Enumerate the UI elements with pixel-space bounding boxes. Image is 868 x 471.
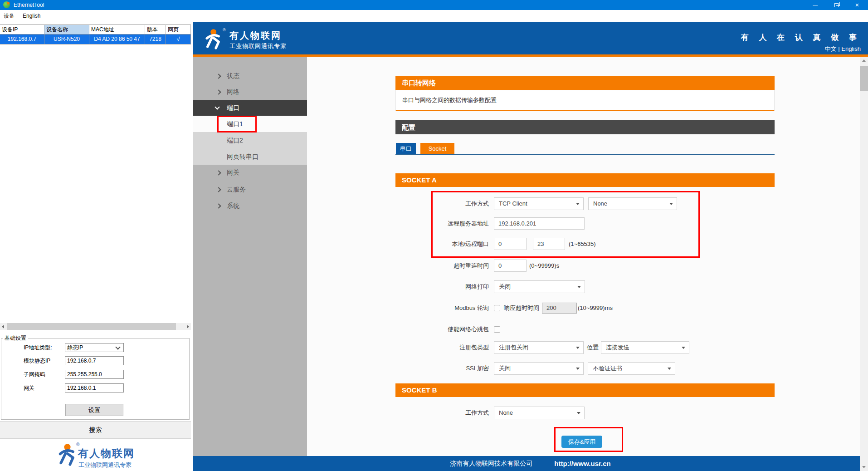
nav-label: 网络 bbox=[227, 84, 239, 100]
tab-socket[interactable]: Socket bbox=[420, 143, 454, 155]
restore-button[interactable] bbox=[826, 0, 847, 10]
registered-mark: ® bbox=[223, 28, 226, 32]
scroll-up-arrow[interactable] bbox=[860, 57, 868, 64]
subnet-mask-field[interactable]: 255.255.255.0 bbox=[65, 370, 124, 379]
scrollbar-thumb[interactable] bbox=[7, 323, 176, 330]
sidebar-item-port[interactable]: 端口 bbox=[193, 100, 307, 117]
window-title: EthernetTool bbox=[14, 0, 44, 10]
vertical-scrollbar[interactable] bbox=[860, 57, 868, 471]
caret-down-icon bbox=[576, 368, 580, 370]
usr-logo-icon bbox=[204, 29, 225, 49]
search-button[interactable]: 搜索 bbox=[0, 421, 191, 439]
minimize-button[interactable] bbox=[805, 0, 826, 10]
reconnect-input[interactable]: 0 bbox=[494, 260, 527, 272]
set-button[interactable]: 设置 bbox=[65, 404, 123, 416]
ssl-row: SSL加密 关闭 不验证证书 bbox=[193, 362, 868, 375]
window-titlebar[interactable]: EthernetTool bbox=[0, 0, 868, 10]
sidebar-item-port2[interactable]: 端口2 bbox=[193, 132, 307, 148]
ip-type-value: 静态IP bbox=[67, 344, 83, 351]
menu-device[interactable]: 设备 bbox=[2, 10, 16, 22]
config-section-bar: 配置 bbox=[395, 120, 775, 134]
modbus-checkbox[interactable] bbox=[494, 305, 500, 311]
regpkt-type-select[interactable]: 注册包关闭 bbox=[494, 341, 584, 354]
static-ip-field[interactable]: 192.168.0.7 bbox=[65, 356, 124, 365]
minimize-icon bbox=[813, 5, 818, 5]
socket-b-work-mode-value: None bbox=[499, 409, 513, 416]
device-row-version[interactable]: 7218 bbox=[145, 34, 166, 44]
web-config-view: ® 有人物联网 工业物联网通讯专家 有 人 在 认 真 做 事 中文 | Eng… bbox=[193, 22, 868, 471]
col-header-device-ip[interactable]: 设备IP bbox=[0, 25, 44, 34]
socket-b-work-mode-select[interactable]: None bbox=[494, 407, 585, 419]
gateway-label: 网关 bbox=[24, 383, 65, 392]
device-row-ip[interactable]: 192.168.0.7 bbox=[0, 34, 44, 44]
caret-down-icon bbox=[668, 368, 671, 370]
sidebar-item-gateway[interactable]: 网关 bbox=[193, 165, 307, 181]
chevron-down-icon bbox=[115, 344, 120, 349]
modbus-timeout-label: 响应超时时间 bbox=[504, 302, 539, 314]
col-header-mac[interactable]: MAC地址 bbox=[89, 25, 145, 34]
footer-url-link[interactable]: http://www.usr.cn bbox=[554, 460, 610, 467]
sidebar-item-network[interactable]: 网络 bbox=[193, 84, 307, 100]
nav-label: 云服务 bbox=[227, 182, 246, 197]
nav-label: 网关 bbox=[227, 165, 239, 181]
left-logo-brand: 有人物联网 bbox=[78, 446, 135, 461]
web-footer: 济南有人物联网技术有限公司 http://www.usr.cn bbox=[193, 456, 868, 471]
scrollbar-thumb[interactable] bbox=[860, 66, 868, 91]
web-brand-slogan: 工业物联网通讯专家 bbox=[229, 42, 287, 50]
chevron-right-icon bbox=[216, 187, 221, 192]
horizontal-scrollbar[interactable] bbox=[0, 323, 191, 330]
subnet-mask-label: 子网掩码 bbox=[24, 370, 65, 379]
regpkt-pos-label: 位置 bbox=[587, 341, 599, 354]
basic-settings-legend: 基础设置 bbox=[3, 334, 28, 342]
annotation-box-socket-params bbox=[431, 191, 700, 258]
close-button[interactable] bbox=[847, 0, 868, 10]
web-brand: 有人物联网 bbox=[229, 29, 282, 42]
page-description: 串口与网络之间的数据传输参数配置 bbox=[395, 90, 775, 111]
chevron-right-icon bbox=[216, 170, 221, 175]
menu-bar: 设备 English bbox=[0, 10, 868, 22]
heartbeat-checkbox[interactable] bbox=[494, 326, 500, 333]
reconnect-range-hint: (0~99999)s bbox=[529, 260, 559, 272]
net-print-label: 网络打印 bbox=[380, 280, 489, 293]
col-header-device-name[interactable]: 设备名称 bbox=[44, 25, 89, 34]
scroll-left-arrow[interactable] bbox=[0, 323, 7, 330]
scroll-right-arrow[interactable] bbox=[184, 323, 191, 330]
nav-label: 端口2 bbox=[227, 132, 243, 148]
chevron-right-icon bbox=[216, 74, 221, 78]
caret-down-icon bbox=[577, 286, 581, 288]
caret-down-icon bbox=[682, 347, 685, 349]
tab-serial[interactable]: 串口 bbox=[396, 143, 416, 155]
regpkt-value: 注册包关闭 bbox=[499, 344, 528, 351]
menu-english[interactable]: English bbox=[21, 10, 42, 22]
nav-label: 网页转串口 bbox=[227, 148, 258, 165]
net-print-select[interactable]: 关闭 bbox=[494, 280, 585, 293]
footer-company: 济南有人物联网技术有限公司 bbox=[450, 460, 532, 468]
regpkt-label: 注册包类型 bbox=[380, 341, 489, 354]
col-header-web[interactable]: 网页 bbox=[166, 25, 191, 34]
gateway-field[interactable]: 192.168.0.1 bbox=[65, 383, 124, 392]
language-switch[interactable]: 中文 | English bbox=[825, 45, 861, 53]
socket-b-work-mode-label: 工作方式 bbox=[380, 407, 489, 419]
ssl-value: 关闭 bbox=[499, 365, 511, 372]
sidebar-item-web-to-serial[interactable]: 网页转串口 bbox=[193, 148, 307, 165]
ssl-select[interactable]: 关闭 bbox=[494, 362, 584, 375]
tab-underline bbox=[395, 154, 775, 155]
chevron-right-icon bbox=[216, 89, 221, 94]
web-header: ® 有人物联网 工业物联网通讯专家 有 人 在 认 真 做 事 中文 | Eng… bbox=[193, 22, 868, 54]
sidebar-item-cloud[interactable]: 云服务 bbox=[193, 182, 307, 197]
device-row-name[interactable]: USR-N520 bbox=[44, 34, 89, 44]
col-header-version[interactable]: 版本 bbox=[145, 25, 166, 34]
heartbeat-row: 使能网络心跳包 bbox=[193, 323, 868, 336]
modbus-label: Modbus 轮询 bbox=[380, 302, 489, 314]
ssl-cert-select[interactable]: 不验证证书 bbox=[588, 362, 675, 375]
left-logo-slogan: 工业物联网通讯专家 bbox=[78, 461, 132, 469]
ip-type-select[interactable]: 静态IP bbox=[65, 343, 124, 352]
sidebar-item-status[interactable]: 状态 bbox=[193, 68, 307, 84]
modbus-timeout-input[interactable]: 200 bbox=[542, 303, 577, 314]
scroll-down-arrow[interactable] bbox=[860, 463, 868, 471]
reconnect-label: 超时重连时间 bbox=[380, 260, 489, 272]
ssl-cert-value: 不验证证书 bbox=[593, 365, 622, 372]
device-row-web-link-icon[interactable]: √ bbox=[166, 34, 191, 44]
device-row-mac[interactable]: D4 AD 20 86 50 47 bbox=[89, 34, 145, 44]
regpkt-pos-select[interactable]: 连接发送 bbox=[601, 341, 689, 354]
